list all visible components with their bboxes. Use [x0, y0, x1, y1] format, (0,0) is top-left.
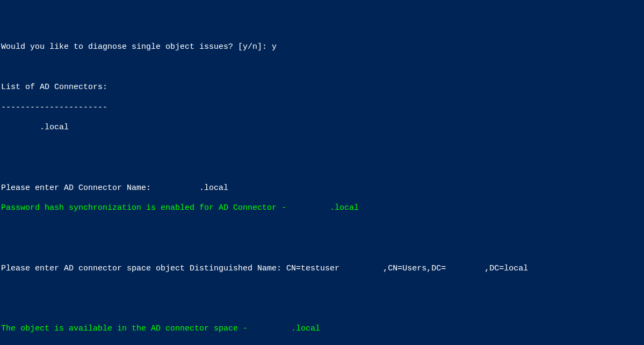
enter-dn-prompt: Please enter AD connector space object D… [1, 264, 643, 274]
connectors-header: List of AD Connectors: [1, 83, 643, 93]
blank-line [1, 163, 643, 173]
prompt-value: .local [199, 183, 228, 193]
dn-value-2: ,CN=Users,DC= ,DC=local [339, 264, 528, 273]
blank-line [1, 244, 643, 254]
dn-value-1: CN=testuser [286, 264, 339, 273]
status-suffix: .local [330, 203, 359, 212]
blank-line [1, 284, 643, 294]
connectors-divider: ---------------------- [1, 103, 643, 113]
indent [1, 123, 40, 132]
terminal-output: Would you like to diagnose single object… [1, 42, 643, 345]
phs-enabled-status: Password hash synchronization is enabled… [1, 203, 643, 214]
connector-name: .local [40, 123, 69, 132]
object-available-status: The object is available in the AD connec… [1, 324, 643, 334]
status-suffix: .local [291, 324, 320, 333]
prompt-text: Would you like to diagnose single object… [1, 42, 272, 52]
status-text: Password hash synchronization is enabled… [1, 203, 330, 212]
status-text: The object is available in the AD connec… [1, 324, 291, 333]
prompt-answer: y [272, 42, 277, 52]
connector-item: .local [1, 123, 643, 133]
blank-line [1, 224, 643, 234]
enter-connector-prompt: Please enter AD Connector Name: .local [1, 183, 643, 194]
diagnose-prompt: Would you like to diagnose single object… [1, 42, 643, 53]
blank-line [1, 304, 643, 314]
prompt-label: Please enter AD Connector Name: [1, 183, 199, 193]
dn-label: Please enter AD connector space object D… [1, 264, 286, 273]
blank-line [1, 63, 643, 73]
blank-line [1, 143, 643, 153]
